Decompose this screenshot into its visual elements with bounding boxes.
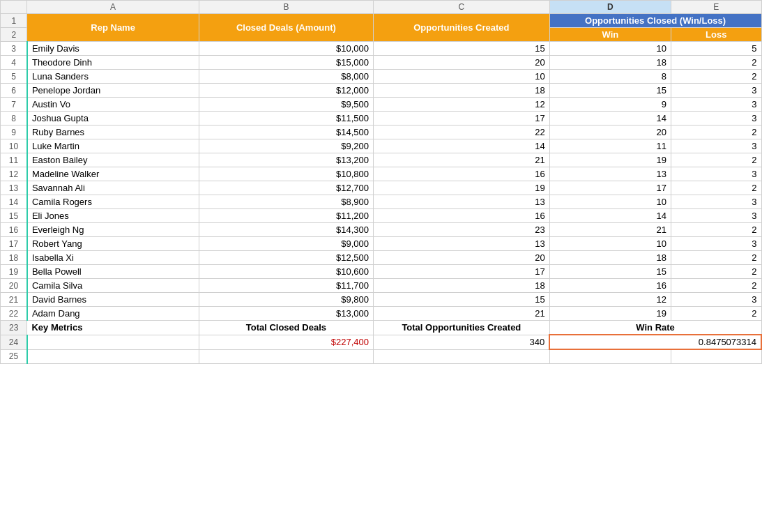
table-row: 3 Emily Davis $10,000 15 10 5 (1, 42, 762, 56)
header-opportunities-closed: Opportunities Closed (Win/Loss) (549, 14, 761, 28)
table-row: 18 Isabella Xi $12,500 20 18 2 (1, 251, 762, 265)
table-row: 21 David Barnes $9,800 15 12 3 (1, 293, 762, 307)
table-row: 14 Camila Rogers $8,900 13 10 3 (1, 195, 762, 209)
header-opportunities-created: Opportunities Created (373, 14, 549, 42)
table-row: 7 Austin Vo $9,500 12 9 3 (1, 98, 762, 112)
corner-cell (1, 1, 27, 14)
empty-row-25: 25 (1, 349, 762, 363)
total-amount-value[interactable]: $227,400 (199, 335, 373, 349)
table-row: 15 Eli Jones $11,200 16 14 3 (1, 209, 762, 223)
table-row: 11 Easton Bailey $13,200 21 19 2 (1, 153, 762, 167)
table-row: 9 Ruby Barnes $14,500 22 20 2 (1, 126, 762, 139)
table-row: 8 Joshua Gupta $11,500 17 14 3 (1, 112, 762, 126)
table-row: 16 Everleigh Ng $14,300 23 21 2 (1, 223, 762, 237)
total-closed-deals-label: Total Closed Deals (199, 321, 373, 335)
row-num-1: 1 (1, 14, 27, 28)
spreadsheet: A B C D E 1 Rep Name Closed Deals (Amoun… (0, 0, 762, 364)
col-header-a: A (27, 1, 199, 14)
table-row: 20 Camila Silva $11,700 18 16 2 (1, 279, 762, 293)
row-num-2: 2 (1, 28, 27, 42)
total-opportunities-label: Total Opportunities Created (373, 321, 549, 335)
header-rep-name: Rep Name (27, 14, 199, 42)
totals-row: 24 $227,400 340 0.8475073314 (1, 335, 762, 349)
table-row: 10 Luke Martin $9,200 14 11 3 (1, 139, 762, 153)
table-row: 5 Luna Sanders $8,000 10 8 2 (1, 70, 762, 84)
header-closed-deals: Closed Deals (Amount) (199, 14, 373, 42)
table-row: 22 Adam Dang $13,000 21 19 2 (1, 307, 762, 321)
metrics-label-row: 23 Key Metrics Total Closed Deals Total … (1, 321, 762, 335)
col-header-c: C (373, 1, 549, 14)
key-metrics-label: Key Metrics (27, 321, 199, 335)
table-row: 17 Robert Yang $9,000 13 10 3 (1, 237, 762, 251)
total-opps-value: 340 (373, 335, 549, 349)
total-empty-a (27, 335, 199, 349)
table-row: 19 Bella Powell $10,600 17 15 2 (1, 265, 762, 279)
table-row: 4 Theodore Dinh $15,000 20 18 2 (1, 56, 762, 70)
table-row: 13 Savannah Ali $12,700 19 17 2 (1, 181, 762, 195)
header-loss: Loss (671, 28, 761, 42)
table-row: 6 Penelope Jordan $12,000 18 15 3 (1, 84, 762, 98)
col-header-d: D (549, 1, 671, 14)
header-row-1: 1 Rep Name Closed Deals (Amount) Opportu… (1, 14, 762, 28)
col-header-b: B (199, 1, 373, 14)
table-row: 12 Madeline Walker $10,800 16 13 3 (1, 167, 762, 181)
win-rate-label: Win Rate (549, 321, 761, 335)
win-rate-value[interactable]: 0.8475073314 (549, 335, 761, 349)
col-header-e: E (671, 1, 761, 14)
header-win: Win (549, 28, 671, 42)
